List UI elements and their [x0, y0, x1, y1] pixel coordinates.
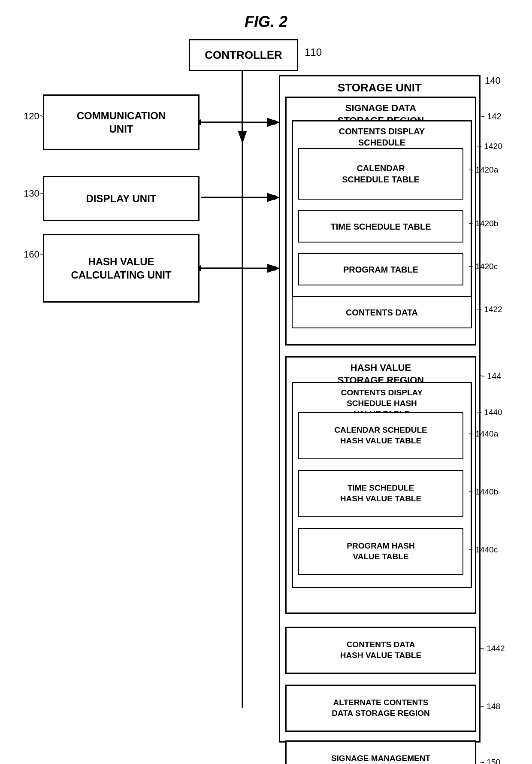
calendar-schedule-ref: ~ 1420a [469, 165, 498, 175]
alternate-contents-label: ALTERNATE CONTENTSDATA STORAGE REGION [332, 697, 429, 719]
hash-storage-ref: ~ 144 [480, 371, 502, 381]
calendar-hash-label: CALENDAR SCHEDULEHASH VALUE TABLE [334, 425, 427, 446]
program-table-label: PROGRAM TABLE [343, 264, 418, 275]
signage-management-box: SIGNAGE MANAGEMENTPROGRAM [285, 740, 476, 764]
signage-data-ref: ~ 142 [480, 112, 502, 121]
calendar-hash-box: CALENDAR SCHEDULEHASH VALUE TABLE [298, 412, 463, 459]
hash-unit-label: HASH VALUECALCULATING UNIT [71, 255, 171, 282]
hash-unit-ref: 160~ [24, 249, 45, 260]
contents-data-hash-ref: ~ 1442 [480, 644, 505, 653]
contents-display-schedule-ref: ~ 1420 [477, 142, 502, 151]
program-table-box: PROGRAM TABLE [298, 253, 463, 285]
program-hash-box: PROGRAM HASHVALUE TABLE [298, 528, 463, 575]
time-hash-box: TIME SCHEDULEHASH VALUE TABLE [298, 470, 463, 517]
contents-data-hash-box: CONTENTS DATAHASH VALUE TABLE [285, 627, 476, 674]
time-schedule-table-label: TIME SCHEDULE TABLE [330, 221, 431, 232]
contents-data-ref: ~ 1422 [477, 305, 502, 314]
calendar-schedule-table-box: CALENDARSCHEDULE TABLE [298, 148, 463, 200]
svg-marker-16 [274, 119, 279, 125]
storage-unit-ref: 140 [485, 75, 501, 86]
comm-unit-ref: 120~ [24, 111, 45, 122]
alternate-contents-box: ALTERNATE CONTENTSDATA STORAGE REGION [285, 685, 476, 732]
contents-display-schedule-label: CONTENTS DISPLAYSCHEDULE [339, 126, 425, 148]
communication-unit-label: COMMUNICATIONUNIT [77, 109, 166, 136]
controller-box: CONTROLLER [189, 39, 298, 71]
controller-ref: 110 [305, 46, 322, 58]
program-hash-label: PROGRAM HASHVALUE TABLE [347, 541, 414, 562]
figure-title: FIG. 2 [245, 13, 287, 31]
svg-marker-17 [274, 194, 279, 200]
contents-data-hash-label: CONTENTS DATAHASH VALUE TABLE [340, 640, 421, 661]
time-schedule-table-box: TIME SCHEDULE TABLE [298, 210, 463, 243]
contents-display-hash-ref: ~ 1440 [477, 408, 502, 417]
communication-unit-box: COMMUNICATIONUNIT [43, 94, 200, 150]
program-table-ref: ~ 1420c [469, 262, 498, 271]
display-unit-ref: 130~ [24, 188, 45, 199]
signage-management-ref: ~ 150 [480, 758, 500, 764]
time-hash-ref: ~ 1440b [469, 487, 498, 497]
display-unit-box: DISPLAY UNIT [43, 176, 200, 221]
svg-marker-18 [274, 265, 279, 271]
time-hash-label: TIME SCHEDULEHASH VALUE TABLE [340, 483, 421, 504]
diagram: FIG. 2 CONTROLLER 110 120~ COMMUNICATION… [0, 0, 532, 764]
hash-unit-box: HASH VALUECALCULATING UNIT [43, 234, 200, 303]
display-unit-label: DISPLAY UNIT [86, 192, 156, 205]
signage-management-label: SIGNAGE MANAGEMENTPROGRAM [331, 753, 430, 764]
storage-unit-label: STORAGE UNIT [338, 81, 422, 95]
program-hash-ref: ~ 1440c [469, 545, 498, 555]
contents-data-label: CONTENTS DATA [346, 307, 418, 318]
time-schedule-ref: ~ 1420b [469, 219, 498, 228]
controller-label: CONTROLLER [205, 48, 282, 63]
alternate-contents-ref: ~ 148 [480, 702, 500, 711]
calendar-schedule-table-label: CALENDARSCHEDULE TABLE [342, 163, 420, 185]
calendar-hash-ref: ~ 1440a [469, 429, 498, 439]
contents-data-box: CONTENTS DATA [292, 296, 472, 328]
